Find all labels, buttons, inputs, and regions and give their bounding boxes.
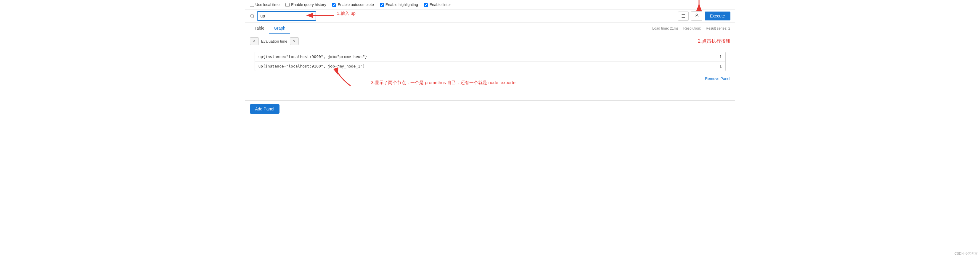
result-cell-0: up{instance="localhost:9090", job="prome… bbox=[255, 52, 725, 61]
history-button[interactable]: ☰ bbox=[678, 11, 689, 21]
remove-panel-row: Remove Panel bbox=[245, 75, 735, 82]
enable-query-history-option[interactable]: Enable query history bbox=[285, 2, 326, 7]
step2-right-annotation: 2.点击执行按钮 bbox=[698, 38, 730, 44]
enable-linter-checkbox[interactable] bbox=[424, 3, 428, 7]
value-0: 1 bbox=[719, 54, 722, 59]
top-bar: Use local time Enable query history Enab… bbox=[245, 0, 735, 10]
metric-0: up{instance="localhost:9090", job="prome… bbox=[258, 54, 368, 59]
search-icon bbox=[250, 14, 255, 18]
user-button[interactable] bbox=[691, 11, 702, 21]
enable-linter-option[interactable]: Enable linter bbox=[424, 2, 451, 7]
evaluation-row: < Evaluation time > 2.点击执行按钮 bbox=[245, 34, 735, 48]
result-cell-1: up{instance="localhost:9100", job="my_no… bbox=[255, 62, 725, 71]
value-1: 1 bbox=[719, 64, 722, 68]
results-container: up{instance="localhost:9090", job="prome… bbox=[250, 52, 730, 71]
load-time: Load time: 21ms bbox=[652, 26, 679, 30]
use-local-time-option[interactable]: Use local time bbox=[250, 2, 280, 7]
enable-autocomplete-option[interactable]: Enable autocomplete bbox=[332, 2, 374, 7]
bottom-bar: Add Panel bbox=[245, 100, 735, 117]
eval-controls: < Evaluation time > bbox=[250, 37, 299, 45]
enable-query-history-label: Enable query history bbox=[291, 2, 326, 7]
query-input[interactable] bbox=[257, 11, 316, 21]
use-local-time-label: Use local time bbox=[256, 2, 280, 7]
svg-point-2 bbox=[696, 14, 697, 15]
result-series: Result series: 2 bbox=[706, 26, 730, 30]
history-icon: ☰ bbox=[681, 13, 686, 19]
tab-table[interactable]: Table bbox=[250, 23, 269, 34]
resolution: Resolution: bbox=[683, 26, 701, 30]
enable-highlighting-label: Enable highlighting bbox=[385, 2, 418, 7]
add-panel-button[interactable]: Add Panel bbox=[250, 104, 280, 114]
search-bar: ☰ Execute 1.输入 up bbox=[245, 10, 735, 23]
result-row-0: up{instance="localhost:9090", job="prome… bbox=[255, 52, 725, 62]
eval-label: Evaluation time bbox=[261, 39, 288, 43]
tab-graph[interactable]: Graph bbox=[269, 23, 290, 34]
metric-1: up{instance="localhost:9100", job="my_no… bbox=[258, 64, 365, 68]
result-row-1: up{instance="localhost:9100", job="my_no… bbox=[255, 62, 725, 71]
next-time-button[interactable]: > bbox=[290, 37, 299, 45]
enable-autocomplete-checkbox[interactable] bbox=[332, 3, 336, 7]
tabs: Table Graph bbox=[250, 23, 290, 34]
prev-time-button[interactable]: < bbox=[250, 37, 259, 45]
enable-highlighting-checkbox[interactable] bbox=[380, 3, 384, 7]
results-box: up{instance="localhost:9090", job="prome… bbox=[255, 52, 725, 71]
remove-panel-button[interactable]: Remove Panel bbox=[705, 76, 730, 81]
enable-highlighting-option[interactable]: Enable highlighting bbox=[380, 2, 418, 7]
enable-query-history-checkbox[interactable] bbox=[285, 3, 290, 7]
use-local-time-checkbox[interactable] bbox=[250, 3, 254, 7]
svg-point-0 bbox=[250, 14, 254, 17]
tabs-row: Table Graph Load time: 21ms Resolution: … bbox=[245, 23, 735, 34]
enable-linter-label: Enable linter bbox=[430, 2, 451, 7]
user-icon bbox=[694, 13, 699, 19]
meta-info: Load time: 21ms Resolution: Result serie… bbox=[652, 26, 730, 30]
step1-annotation: 1.输入 up bbox=[337, 11, 356, 16]
execute-button[interactable]: Execute bbox=[705, 11, 730, 21]
enable-autocomplete-label: Enable autocomplete bbox=[338, 2, 374, 7]
svg-line-1 bbox=[253, 17, 254, 18]
